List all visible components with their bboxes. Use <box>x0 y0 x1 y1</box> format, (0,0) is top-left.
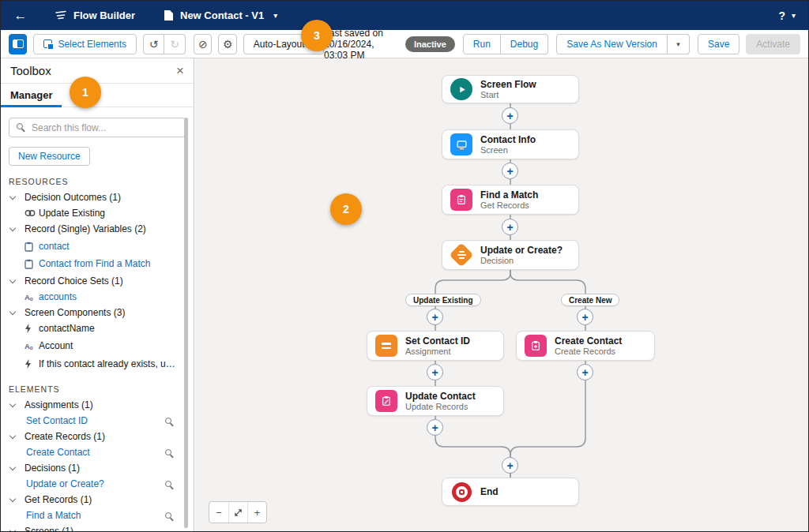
tab-manager[interactable]: Manager <box>1 84 62 107</box>
tree-item-contact-from-find-a-match[interactable]: Contact from Find a Match <box>1 256 194 272</box>
tree-group-decisions[interactable]: Decisions (1) <box>1 460 194 476</box>
chevron-down-icon <box>9 276 16 283</box>
tree-item-label: Account <box>39 340 176 351</box>
chevron-down-icon <box>9 400 16 406</box>
node-title: Find a Match <box>480 189 538 200</box>
back-arrow-icon[interactable]: ← <box>1 8 40 24</box>
tree-item-label: contact <box>39 241 176 252</box>
flow-node-set-contact-id[interactable]: Set Contact IDAssignment <box>367 331 504 361</box>
record-variable-icon <box>24 242 39 252</box>
tree-item-label: Set Contact ID <box>26 415 165 426</box>
chevron-down-icon[interactable]: ▾ <box>273 11 277 20</box>
redo-button[interactable]: ↻ <box>164 34 186 54</box>
tree-group-screen-components[interactable]: Screen Components (3) <box>1 305 194 320</box>
chevron-down-icon <box>9 495 16 501</box>
node-subtitle: Create Records <box>555 347 622 357</box>
get-records-icon <box>450 189 472 211</box>
tree-item-contactname[interactable]: contactName <box>1 320 194 336</box>
tree-group-screens[interactable]: Screens (1) <box>1 523 194 532</box>
annotation-badge-2: 2 <box>330 193 362 225</box>
run-button[interactable]: Run <box>463 34 501 54</box>
lightning-icon <box>24 324 39 333</box>
toggle-toolbox-button[interactable] <box>9 34 27 54</box>
tree-item-find-a-match[interactable]: Find a Match <box>1 508 194 523</box>
tree-group-create-records[interactable]: Create Records (1) <box>1 429 194 444</box>
flow-node-screen-flow-start[interactable]: Screen FlowStart <box>442 75 579 103</box>
flow-builder-label: Flow Builder <box>73 9 135 21</box>
sidebar-scrollbar[interactable] <box>184 118 188 528</box>
tree-item-accounts[interactable]: Aₒ accounts <box>1 289 194 305</box>
zoom-in-button[interactable]: + <box>247 502 266 523</box>
flow-node-end[interactable]: End <box>442 478 579 506</box>
tree-item-update-existing[interactable]: Update Existing <box>1 205 194 221</box>
search-icon[interactable] <box>165 481 171 487</box>
settings-gear-button[interactable]: ⚙ <box>218 34 236 54</box>
search-icon[interactable] <box>165 418 171 424</box>
undo-button[interactable]: ↺ <box>143 34 164 54</box>
tree-group-record-single-variables[interactable]: Record (Single) Variables (2) <box>1 221 194 237</box>
node-subtitle: Assignment <box>405 347 470 357</box>
search-icon[interactable] <box>165 449 171 455</box>
elements-header: ELEMENTS <box>9 384 194 394</box>
add-element-icon[interactable]: + <box>427 309 443 325</box>
node-subtitle: Screen <box>480 145 536 155</box>
search-input[interactable] <box>9 118 186 137</box>
tree-item-update-or-create[interactable]: Update or Create? <box>1 476 194 492</box>
branch-label-create-new[interactable]: Create New <box>561 294 619 306</box>
flow-node-update-or-create[interactable]: Update or Create?Decision <box>442 240 579 270</box>
save-button[interactable]: Save <box>698 34 739 54</box>
flow-node-find-a-match[interactable]: Find a MatchGet Records <box>442 185 579 215</box>
branch-label-update-existing[interactable]: Update Existing <box>405 294 481 306</box>
status-badge: Inactive <box>405 36 455 52</box>
add-element-icon[interactable]: + <box>577 364 593 380</box>
new-resource-button[interactable]: New Resource <box>9 147 90 166</box>
document-icon <box>164 9 174 21</box>
decision-icon <box>450 244 472 266</box>
tree-item-create-contact[interactable]: Create Contact <box>1 444 194 460</box>
add-element-icon[interactable]: + <box>502 457 518 474</box>
tree-item-if-contact-exists[interactable]: If this contact already exists, upda... <box>1 356 194 372</box>
node-title: Create Contact <box>555 335 622 347</box>
node-title: Set Contact ID <box>405 335 470 347</box>
node-subtitle: Update Records <box>405 402 476 412</box>
flow-node-contact-info[interactable]: Contact InfoScreen <box>442 129 579 159</box>
debug-button[interactable]: Debug <box>501 34 548 54</box>
tree-item-account[interactable]: Aₒ Account <box>1 338 194 354</box>
activate-button[interactable]: Activate <box>746 34 800 54</box>
tree-group-label: Get Records (1) <box>24 494 187 505</box>
node-subtitle: Start <box>480 90 536 100</box>
expand-to-fit-button[interactable] <box>228 502 247 523</box>
node-title: Contact Info <box>480 134 536 145</box>
add-element-icon[interactable]: + <box>577 309 593 325</box>
flow-canvas[interactable]: Screen FlowStart Contact InfoScreen Find… <box>195 58 809 532</box>
node-title: Update or Create? <box>480 245 563 256</box>
close-icon[interactable]: × <box>176 63 184 79</box>
tree-group-record-choice-sets[interactable]: Record Choice Sets (1) <box>1 273 194 289</box>
toolbox-panel: Toolbox × Manager New Resource RESOURCES… <box>1 58 194 532</box>
flow-tab[interactable]: New Contact - V1 ▾ <box>149 1 292 30</box>
tree-item-set-contact-id[interactable]: Set Contact ID <box>1 413 194 429</box>
search-icon[interactable] <box>165 512 171 519</box>
tree-group-get-records[interactable]: Get Records (1) <box>1 492 194 508</box>
zoom-out-button[interactable]: − <box>209 502 228 523</box>
add-element-icon[interactable]: + <box>427 419 443 436</box>
tree-group-label: Assignments (1) <box>24 399 187 410</box>
flow-builder-tab[interactable]: Flow Builder <box>40 1 149 30</box>
save-as-new-version-button[interactable]: Save As New Version <box>556 34 668 54</box>
add-element-icon[interactable]: + <box>502 219 518 235</box>
tree-item-label: Update or Create? <box>26 478 165 489</box>
flow-builder-icon <box>55 10 67 21</box>
flow-node-update-contact[interactable]: Update ContactUpdate Records <box>367 386 504 416</box>
add-element-icon[interactable]: + <box>427 364 443 380</box>
add-element-icon[interactable]: + <box>502 163 518 179</box>
tree-group-decision-outcomes[interactable]: Decision Outcomes (1) <box>1 189 194 205</box>
save-as-dropdown-button[interactable]: ▾ <box>668 34 690 54</box>
disable-elements-button[interactable]: ⊘ <box>194 34 212 54</box>
tree-group-assignments[interactable]: Assignments (1) <box>1 397 194 413</box>
select-elements-button[interactable]: Select Elements <box>33 34 137 54</box>
tree-group-label: Screen Components (3) <box>24 307 187 318</box>
add-element-icon[interactable]: + <box>502 107 518 124</box>
help-menu[interactable]: ? ▾ <box>778 9 796 22</box>
tree-item-contact[interactable]: contact <box>1 238 194 254</box>
flow-node-create-contact[interactable]: Create ContactCreate Records <box>516 331 655 361</box>
